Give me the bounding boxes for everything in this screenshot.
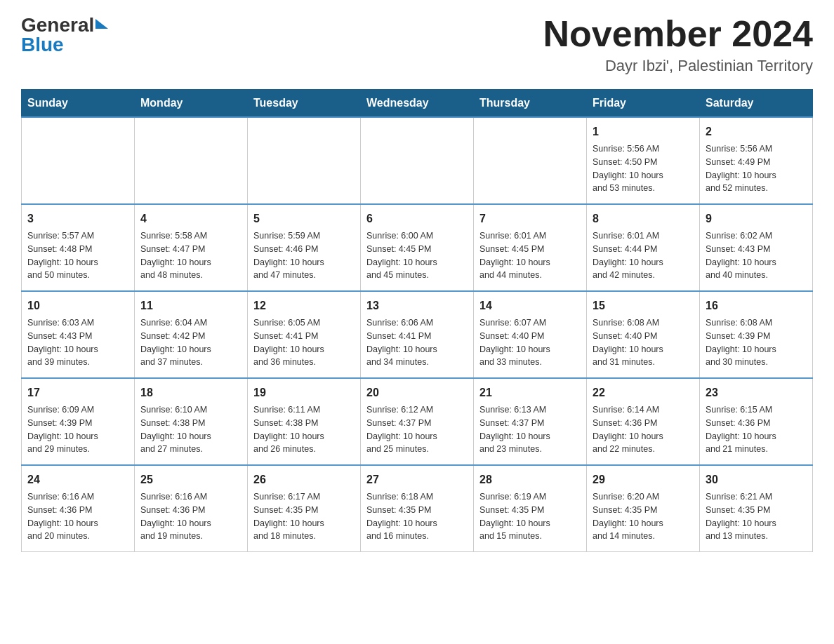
day-info: Sunrise: 6:08 AMSunset: 4:39 PMDaylight:…: [706, 316, 807, 369]
calendar-cell: 7Sunrise: 6:01 AMSunset: 4:45 PMDaylight…: [474, 204, 587, 291]
day-info: Sunrise: 6:00 AMSunset: 4:45 PMDaylight:…: [366, 229, 468, 282]
calendar-cell: 3Sunrise: 5:57 AMSunset: 4:48 PMDaylight…: [22, 204, 135, 291]
calendar-cell: 1Sunrise: 5:56 AMSunset: 4:50 PMDaylight…: [587, 117, 700, 204]
calendar-cell: 13Sunrise: 6:06 AMSunset: 4:41 PMDayligh…: [361, 291, 474, 378]
day-number: 13: [366, 297, 468, 314]
calendar-week-1: 1Sunrise: 5:56 AMSunset: 4:50 PMDaylight…: [22, 117, 813, 204]
day-info: Sunrise: 6:17 AMSunset: 4:35 PMDaylight:…: [253, 490, 355, 543]
calendar-cell: 24Sunrise: 6:16 AMSunset: 4:36 PMDayligh…: [22, 465, 135, 552]
calendar-cell: 30Sunrise: 6:21 AMSunset: 4:35 PMDayligh…: [700, 465, 813, 552]
day-number: 23: [706, 384, 807, 401]
calendar-week-4: 17Sunrise: 6:09 AMSunset: 4:39 PMDayligh…: [22, 378, 813, 465]
weekday-header-row: SundayMondayTuesdayWednesdayThursdayFrid…: [22, 90, 813, 118]
day-info: Sunrise: 6:20 AMSunset: 4:35 PMDaylight:…: [593, 490, 694, 543]
day-info: Sunrise: 5:58 AMSunset: 4:47 PMDaylight:…: [140, 229, 241, 282]
day-info: Sunrise: 6:13 AMSunset: 4:37 PMDaylight:…: [479, 403, 581, 456]
day-number: 1: [593, 123, 694, 140]
weekday-header-thursday: Thursday: [474, 90, 587, 118]
calendar-cell: 21Sunrise: 6:13 AMSunset: 4:37 PMDayligh…: [474, 378, 587, 465]
calendar-week-2: 3Sunrise: 5:57 AMSunset: 4:48 PMDaylight…: [22, 204, 813, 291]
calendar-cell: 4Sunrise: 5:58 AMSunset: 4:47 PMDaylight…: [135, 204, 248, 291]
day-number: 25: [140, 471, 241, 488]
day-number: 7: [479, 210, 581, 227]
day-number: 18: [140, 384, 241, 401]
weekday-header-wednesday: Wednesday: [361, 90, 474, 118]
day-number: 3: [27, 210, 128, 227]
calendar-cell: 8Sunrise: 6:01 AMSunset: 4:44 PMDaylight…: [587, 204, 700, 291]
calendar-cell: [474, 117, 587, 204]
day-info: Sunrise: 6:04 AMSunset: 4:42 PMDaylight:…: [140, 316, 241, 369]
day-info: Sunrise: 6:14 AMSunset: 4:36 PMDaylight:…: [593, 403, 694, 456]
title-section: November 2024 Dayr Ibzi', Palestinian Te…: [543, 14, 813, 75]
day-info: Sunrise: 6:18 AMSunset: 4:35 PMDaylight:…: [366, 490, 468, 543]
calendar-cell: 17Sunrise: 6:09 AMSunset: 4:39 PMDayligh…: [22, 378, 135, 465]
calendar-cell: 16Sunrise: 6:08 AMSunset: 4:39 PMDayligh…: [700, 291, 813, 378]
day-number: 14: [479, 297, 581, 314]
calendar-cell: [135, 117, 248, 204]
calendar-cell: 5Sunrise: 5:59 AMSunset: 4:46 PMDaylight…: [248, 204, 361, 291]
logo: General Blue: [21, 14, 108, 56]
weekday-header-monday: Monday: [135, 90, 248, 118]
calendar-body: 1Sunrise: 5:56 AMSunset: 4:50 PMDaylight…: [22, 117, 813, 552]
calendar-cell: 6Sunrise: 6:00 AMSunset: 4:45 PMDaylight…: [361, 204, 474, 291]
day-info: Sunrise: 5:56 AMSunset: 4:49 PMDaylight:…: [706, 142, 807, 195]
day-info: Sunrise: 5:56 AMSunset: 4:50 PMDaylight:…: [593, 142, 694, 195]
page-header: General Blue November 2024 Dayr Ibzi', P…: [21, 14, 813, 75]
calendar-cell: 22Sunrise: 6:14 AMSunset: 4:36 PMDayligh…: [587, 378, 700, 465]
calendar-cell: 19Sunrise: 6:11 AMSunset: 4:38 PMDayligh…: [248, 378, 361, 465]
calendar-cell: [361, 117, 474, 204]
day-info: Sunrise: 6:09 AMSunset: 4:39 PMDaylight:…: [27, 403, 128, 456]
weekday-header-tuesday: Tuesday: [248, 90, 361, 118]
calendar-cell: 20Sunrise: 6:12 AMSunset: 4:37 PMDayligh…: [361, 378, 474, 465]
day-info: Sunrise: 6:02 AMSunset: 4:43 PMDaylight:…: [706, 229, 807, 282]
calendar-cell: 11Sunrise: 6:04 AMSunset: 4:42 PMDayligh…: [135, 291, 248, 378]
calendar-cell: 15Sunrise: 6:08 AMSunset: 4:40 PMDayligh…: [587, 291, 700, 378]
calendar-cell: [22, 117, 135, 204]
day-number: 24: [27, 471, 128, 488]
calendar-cell: 26Sunrise: 6:17 AMSunset: 4:35 PMDayligh…: [248, 465, 361, 552]
calendar-cell: 10Sunrise: 6:03 AMSunset: 4:43 PMDayligh…: [22, 291, 135, 378]
day-info: Sunrise: 6:19 AMSunset: 4:35 PMDaylight:…: [479, 490, 581, 543]
day-info: Sunrise: 6:03 AMSunset: 4:43 PMDaylight:…: [27, 316, 128, 369]
day-number: 29: [593, 471, 694, 488]
day-number: 17: [27, 384, 128, 401]
day-info: Sunrise: 5:59 AMSunset: 4:46 PMDaylight:…: [253, 229, 355, 282]
calendar-cell: 28Sunrise: 6:19 AMSunset: 4:35 PMDayligh…: [474, 465, 587, 552]
day-number: 2: [706, 123, 807, 140]
day-number: 30: [706, 471, 807, 488]
day-number: 21: [479, 384, 581, 401]
day-info: Sunrise: 6:12 AMSunset: 4:37 PMDaylight:…: [366, 403, 468, 456]
day-info: Sunrise: 6:06 AMSunset: 4:41 PMDaylight:…: [366, 316, 468, 369]
day-number: 20: [366, 384, 468, 401]
day-number: 9: [706, 210, 807, 227]
day-info: Sunrise: 6:16 AMSunset: 4:36 PMDaylight:…: [27, 490, 128, 543]
calendar-cell: 12Sunrise: 6:05 AMSunset: 4:41 PMDayligh…: [248, 291, 361, 378]
day-number: 16: [706, 297, 807, 314]
weekday-header-saturday: Saturday: [700, 90, 813, 118]
day-info: Sunrise: 6:16 AMSunset: 4:36 PMDaylight:…: [140, 490, 241, 543]
calendar-cell: 18Sunrise: 6:10 AMSunset: 4:38 PMDayligh…: [135, 378, 248, 465]
day-number: 26: [253, 471, 355, 488]
logo-blue-text: Blue: [21, 34, 64, 56]
weekday-header-friday: Friday: [587, 90, 700, 118]
day-number: 8: [593, 210, 694, 227]
day-info: Sunrise: 6:08 AMSunset: 4:40 PMDaylight:…: [593, 316, 694, 369]
calendar-cell: [248, 117, 361, 204]
weekday-header-sunday: Sunday: [22, 90, 135, 118]
calendar-week-3: 10Sunrise: 6:03 AMSunset: 4:43 PMDayligh…: [22, 291, 813, 378]
calendar-cell: 27Sunrise: 6:18 AMSunset: 4:35 PMDayligh…: [361, 465, 474, 552]
day-info: Sunrise: 6:05 AMSunset: 4:41 PMDaylight:…: [253, 316, 355, 369]
day-info: Sunrise: 6:21 AMSunset: 4:35 PMDaylight:…: [706, 490, 807, 543]
day-number: 15: [593, 297, 694, 314]
day-number: 4: [140, 210, 241, 227]
calendar-table: SundayMondayTuesdayWednesdayThursdayFrid…: [21, 89, 813, 552]
day-info: Sunrise: 6:01 AMSunset: 4:44 PMDaylight:…: [593, 229, 694, 282]
day-info: Sunrise: 6:07 AMSunset: 4:40 PMDaylight:…: [479, 316, 581, 369]
calendar-cell: 25Sunrise: 6:16 AMSunset: 4:36 PMDayligh…: [135, 465, 248, 552]
calendar-cell: 2Sunrise: 5:56 AMSunset: 4:49 PMDaylight…: [700, 117, 813, 204]
calendar-cell: 9Sunrise: 6:02 AMSunset: 4:43 PMDaylight…: [700, 204, 813, 291]
day-number: 22: [593, 384, 694, 401]
calendar-cell: 14Sunrise: 6:07 AMSunset: 4:40 PMDayligh…: [474, 291, 587, 378]
calendar-header: SundayMondayTuesdayWednesdayThursdayFrid…: [22, 90, 813, 118]
day-number: 11: [140, 297, 241, 314]
